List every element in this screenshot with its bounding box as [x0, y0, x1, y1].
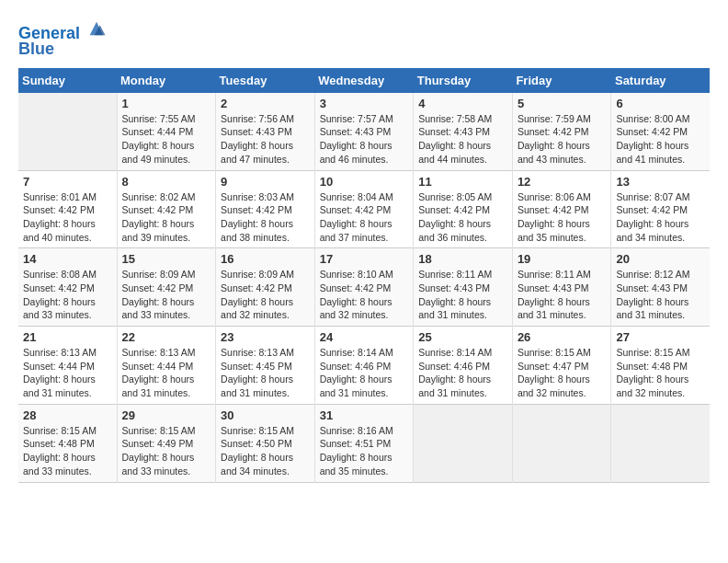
calendar-cell: 24Sunrise: 8:14 AMSunset: 4:46 PMDayligh… — [314, 327, 414, 405]
calendar-cell: 22Sunrise: 8:13 AMSunset: 4:44 PMDayligh… — [117, 327, 216, 405]
day-info: Sunrise: 8:11 AMSunset: 4:43 PMDaylight:… — [418, 268, 507, 322]
calendar-cell: 5Sunrise: 7:59 AMSunset: 4:42 PMDaylight… — [512, 93, 611, 170]
calendar-week-row: 14Sunrise: 8:08 AMSunset: 4:42 PMDayligh… — [18, 248, 710, 327]
day-info: Sunrise: 8:12 AMSunset: 4:43 PMDaylight:… — [616, 268, 705, 322]
day-number: 13 — [616, 175, 705, 189]
day-info: Sunrise: 8:11 AMSunset: 4:43 PMDaylight:… — [518, 268, 607, 322]
day-info: Sunrise: 8:05 AMSunset: 4:42 PMDaylight:… — [418, 190, 507, 245]
day-number: 10 — [320, 175, 409, 189]
weekday-header: Tuesday — [216, 68, 315, 93]
page-header: General Blue — [18, 18, 710, 59]
calendar-cell: 8Sunrise: 8:02 AMSunset: 4:42 PMDaylight… — [117, 170, 216, 248]
weekday-header: Sunday — [18, 68, 117, 93]
calendar-cell: 29Sunrise: 8:15 AMSunset: 4:49 PMDayligh… — [117, 404, 216, 482]
weekday-header: Saturday — [611, 68, 710, 93]
calendar-cell: 15Sunrise: 8:09 AMSunset: 4:42 PMDayligh… — [117, 248, 216, 327]
calendar-cell: 31Sunrise: 8:16 AMSunset: 4:51 PMDayligh… — [314, 404, 414, 482]
calendar-cell: 7Sunrise: 8:01 AMSunset: 4:42 PMDaylight… — [18, 170, 117, 248]
day-number: 4 — [418, 97, 507, 110]
day-number: 2 — [221, 97, 310, 110]
day-info: Sunrise: 8:03 AMSunset: 4:42 PMDaylight:… — [221, 190, 310, 245]
day-number: 27 — [616, 330, 705, 344]
day-info: Sunrise: 7:56 AMSunset: 4:43 PMDaylight:… — [221, 112, 310, 167]
day-info: Sunrise: 8:09 AMSunset: 4:42 PMDaylight:… — [122, 268, 211, 322]
day-number: 26 — [518, 330, 607, 344]
logo: General Blue — [18, 18, 107, 59]
day-number: 9 — [221, 175, 310, 189]
calendar-week-row: 28Sunrise: 8:15 AMSunset: 4:48 PMDayligh… — [18, 404, 710, 482]
day-number: 30 — [221, 408, 310, 422]
calendar-cell: 27Sunrise: 8:15 AMSunset: 4:48 PMDayligh… — [611, 327, 710, 405]
day-info: Sunrise: 7:58 AMSunset: 4:43 PMDaylight:… — [418, 112, 507, 167]
calendar-cell — [512, 404, 611, 482]
calendar-week-row: 21Sunrise: 8:13 AMSunset: 4:44 PMDayligh… — [18, 327, 710, 405]
day-number: 25 — [418, 330, 507, 344]
calendar-cell: 16Sunrise: 8:09 AMSunset: 4:42 PMDayligh… — [216, 248, 315, 327]
calendar-cell: 13Sunrise: 8:07 AMSunset: 4:42 PMDayligh… — [611, 170, 710, 248]
calendar-cell: 28Sunrise: 8:15 AMSunset: 4:48 PMDayligh… — [18, 404, 117, 482]
calendar-cell — [611, 404, 710, 482]
day-info: Sunrise: 8:06 AMSunset: 4:42 PMDaylight:… — [518, 190, 607, 245]
day-info: Sunrise: 7:59 AMSunset: 4:42 PMDaylight:… — [518, 112, 607, 167]
day-number: 5 — [518, 97, 607, 110]
day-number: 18 — [418, 252, 507, 266]
calendar-cell: 2Sunrise: 7:56 AMSunset: 4:43 PMDaylight… — [216, 93, 315, 170]
day-info: Sunrise: 8:15 AMSunset: 4:48 PMDaylight:… — [23, 424, 112, 478]
calendar-cell: 23Sunrise: 8:13 AMSunset: 4:45 PMDayligh… — [216, 327, 315, 405]
day-number: 8 — [122, 175, 211, 189]
calendar-cell — [18, 93, 117, 170]
calendar-cell: 14Sunrise: 8:08 AMSunset: 4:42 PMDayligh… — [18, 248, 117, 327]
calendar-week-row: 7Sunrise: 8:01 AMSunset: 4:42 PMDaylight… — [18, 170, 710, 248]
day-number: 15 — [122, 252, 211, 266]
day-number: 17 — [320, 252, 409, 266]
calendar-cell: 26Sunrise: 8:15 AMSunset: 4:47 PMDayligh… — [512, 327, 611, 405]
day-number: 11 — [418, 175, 507, 189]
calendar-cell — [414, 404, 513, 482]
day-number: 19 — [518, 252, 607, 266]
calendar-cell: 20Sunrise: 8:12 AMSunset: 4:43 PMDayligh… — [611, 248, 710, 327]
day-info: Sunrise: 7:57 AMSunset: 4:43 PMDaylight:… — [320, 112, 409, 167]
day-info: Sunrise: 8:13 AMSunset: 4:44 PMDaylight:… — [122, 346, 211, 400]
weekday-header: Friday — [512, 68, 611, 93]
day-info: Sunrise: 8:14 AMSunset: 4:46 PMDaylight:… — [418, 346, 507, 400]
day-number: 20 — [616, 252, 705, 266]
calendar-cell: 18Sunrise: 8:11 AMSunset: 4:43 PMDayligh… — [414, 248, 513, 327]
calendar-cell: 10Sunrise: 8:04 AMSunset: 4:42 PMDayligh… — [314, 170, 414, 248]
day-info: Sunrise: 8:04 AMSunset: 4:42 PMDaylight:… — [320, 190, 409, 245]
calendar-cell: 25Sunrise: 8:14 AMSunset: 4:46 PMDayligh… — [414, 327, 513, 405]
weekday-header: Thursday — [414, 68, 513, 93]
day-number: 21 — [23, 330, 112, 344]
calendar-header-row: SundayMondayTuesdayWednesdayThursdayFrid… — [18, 68, 710, 93]
weekday-header: Monday — [117, 68, 216, 93]
day-number: 23 — [221, 330, 310, 344]
day-number: 29 — [122, 408, 211, 422]
calendar-cell: 19Sunrise: 8:11 AMSunset: 4:43 PMDayligh… — [512, 248, 611, 327]
day-number: 7 — [23, 175, 112, 189]
day-info: Sunrise: 8:15 AMSunset: 4:47 PMDaylight:… — [518, 346, 607, 400]
calendar-cell: 4Sunrise: 7:58 AMSunset: 4:43 PMDaylight… — [414, 93, 513, 170]
logo-icon — [86, 18, 107, 39]
day-number: 1 — [122, 97, 211, 110]
day-info: Sunrise: 8:15 AMSunset: 4:50 PMDaylight:… — [221, 424, 310, 478]
day-info: Sunrise: 8:09 AMSunset: 4:42 PMDaylight:… — [221, 268, 310, 322]
calendar-cell: 21Sunrise: 8:13 AMSunset: 4:44 PMDayligh… — [18, 327, 117, 405]
day-number: 14 — [23, 252, 112, 266]
day-number: 24 — [320, 330, 409, 344]
day-info: Sunrise: 7:55 AMSunset: 4:44 PMDaylight:… — [122, 112, 211, 167]
day-number: 6 — [616, 97, 705, 110]
calendar-week-row: 1Sunrise: 7:55 AMSunset: 4:44 PMDaylight… — [18, 93, 710, 170]
day-info: Sunrise: 8:10 AMSunset: 4:42 PMDaylight:… — [320, 268, 409, 322]
weekday-header: Wednesday — [314, 68, 414, 93]
calendar-cell: 17Sunrise: 8:10 AMSunset: 4:42 PMDayligh… — [314, 248, 414, 327]
day-info: Sunrise: 8:15 AMSunset: 4:49 PMDaylight:… — [122, 424, 211, 478]
day-info: Sunrise: 8:14 AMSunset: 4:46 PMDaylight:… — [320, 346, 409, 400]
day-info: Sunrise: 8:07 AMSunset: 4:42 PMDaylight:… — [616, 190, 705, 245]
day-info: Sunrise: 8:01 AMSunset: 4:42 PMDaylight:… — [23, 190, 112, 245]
day-info: Sunrise: 8:15 AMSunset: 4:48 PMDaylight:… — [616, 346, 705, 400]
day-number: 3 — [320, 97, 409, 110]
day-info: Sunrise: 8:16 AMSunset: 4:51 PMDaylight:… — [320, 424, 409, 478]
day-info: Sunrise: 8:08 AMSunset: 4:42 PMDaylight:… — [23, 268, 112, 322]
day-info: Sunrise: 8:13 AMSunset: 4:45 PMDaylight:… — [221, 346, 310, 400]
day-number: 31 — [320, 408, 409, 422]
calendar-table: SundayMondayTuesdayWednesdayThursdayFrid… — [18, 68, 710, 483]
